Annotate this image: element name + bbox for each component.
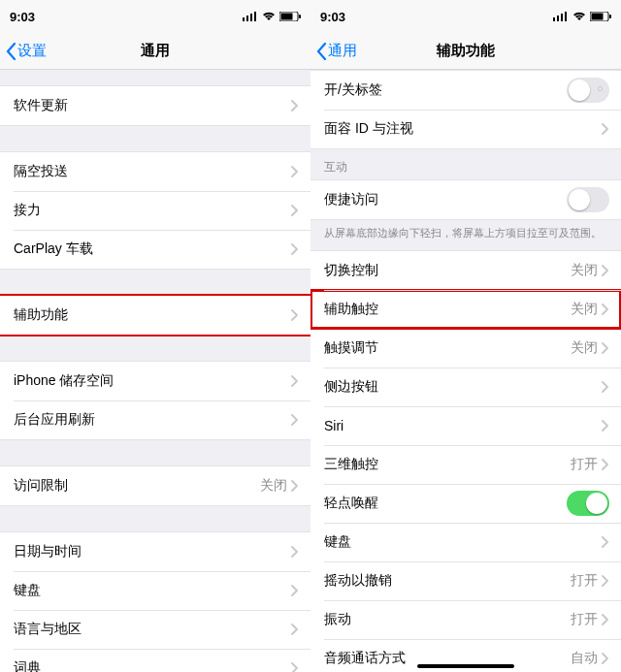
svg-rect-5: [281, 13, 293, 19]
svg-rect-8: [557, 16, 559, 21]
svg-rect-12: [592, 13, 604, 19]
cell-value: 关闭: [571, 262, 598, 279]
svg-rect-1: [246, 16, 248, 21]
screen-general: 9:03 设置 通用 软件更新隔空投送接力CarPlay 车载辅助功能iPhon…: [0, 0, 310, 672]
settings-cell[interactable]: CarPlay 车载: [0, 230, 310, 269]
cell-label: 语言与地区: [14, 621, 291, 638]
section-gap: [0, 440, 310, 465]
settings-cell[interactable]: 接力: [0, 191, 310, 230]
status-time: 9:03: [10, 10, 35, 24]
cell-label: 辅助触控: [324, 301, 571, 318]
chevron-right-icon: [291, 243, 299, 255]
settings-cell[interactable]: 面容 ID 与注视: [310, 110, 621, 148]
settings-cell[interactable]: 访问限制关闭: [0, 466, 310, 505]
settings-cell[interactable]: 便捷访问: [310, 180, 621, 219]
chevron-right-icon: [602, 265, 609, 276]
svg-rect-3: [254, 12, 256, 21]
chevron-right-icon: [602, 381, 609, 393]
chevron-right-icon: [602, 342, 609, 354]
settings-cell[interactable]: 键盘: [0, 571, 310, 610]
settings-cell[interactable]: 后台应用刷新: [0, 400, 310, 439]
battery-icon: [590, 10, 611, 24]
settings-group: 访问限制关闭: [0, 465, 310, 506]
chevron-right-icon: [291, 662, 299, 672]
cell-label: CarPlay 车载: [14, 240, 291, 258]
chevron-right-icon: [602, 459, 609, 470]
cell-label: 侧边按钮: [324, 378, 602, 396]
settings-group: 隔空投送接力CarPlay 车载: [0, 151, 310, 270]
settings-cell[interactable]: 辅助触控关闭: [310, 290, 621, 329]
cell-value: 关闭: [571, 301, 598, 318]
section-gap: [0, 70, 310, 85]
settings-cell[interactable]: 摇动以撤销打开: [310, 561, 621, 600]
cell-label: 开/关标签: [324, 81, 567, 99]
settings-cell[interactable]: 软件更新: [0, 86, 310, 125]
svg-rect-0: [243, 17, 245, 21]
cell-label: 触摸调节: [324, 339, 571, 357]
cell-label: 振动: [324, 611, 571, 628]
cell-value: 打开: [571, 611, 598, 628]
settings-cell[interactable]: 开/关标签: [310, 71, 621, 110]
cell-value: 自动: [571, 650, 598, 667]
section-gap: [0, 126, 310, 151]
svg-rect-9: [561, 14, 563, 21]
back-button[interactable]: 通用: [314, 42, 359, 60]
accessibility-list: 开/关标签面容 ID 与注视互动便捷访问从屏幕底部边缘向下轻扫，将屏幕上方项目拉…: [310, 70, 621, 672]
home-indicator[interactable]: [417, 664, 514, 668]
settings-cell[interactable]: 触摸调节关闭: [310, 329, 621, 368]
cell-label: iPhone 储存空间: [14, 372, 291, 390]
settings-cell[interactable]: 切换控制关闭: [310, 251, 621, 290]
signal-icon: [243, 10, 258, 24]
settings-cell[interactable]: 日期与时间: [0, 532, 310, 571]
signal-icon: [553, 10, 569, 24]
svg-rect-7: [553, 17, 555, 21]
chevron-right-icon: [602, 536, 609, 548]
cell-label: 辅助功能: [14, 306, 291, 324]
back-button[interactable]: 设置: [4, 42, 49, 60]
cell-value: 关闭: [260, 477, 287, 495]
chevron-right-icon: [291, 205, 299, 216]
svg-rect-6: [299, 15, 301, 18]
chevron-right-icon: [602, 653, 609, 664]
settings-cell[interactable]: 隔空投送: [0, 152, 310, 191]
chevron-right-icon: [602, 123, 609, 135]
settings-cell[interactable]: 键盘: [310, 523, 621, 561]
chevron-right-icon: [291, 375, 299, 387]
section-gap: 互动: [310, 149, 621, 179]
svg-rect-13: [609, 15, 611, 18]
toggle-switch[interactable]: [567, 78, 609, 103]
settings-cell[interactable]: 振动打开: [310, 600, 621, 639]
chevron-right-icon: [602, 420, 609, 432]
cell-label: 日期与时间: [14, 543, 291, 560]
settings-cell[interactable]: iPhone 储存空间: [0, 362, 310, 400]
status-time: 9:03: [320, 10, 345, 24]
settings-cell[interactable]: Siri: [310, 406, 621, 445]
nav-header: 通用 辅助功能: [310, 33, 621, 70]
settings-group: 开/关标签面容 ID 与注视: [310, 70, 621, 149]
settings-group: iPhone 储存空间后台应用刷新: [0, 361, 310, 440]
settings-group: 日期与时间键盘语言与地区词典: [0, 531, 310, 672]
cell-label: 便捷访问: [324, 191, 567, 208]
settings-cell[interactable]: 辅助功能: [0, 296, 310, 335]
chevron-right-icon: [291, 100, 299, 112]
chevron-left-icon: [6, 43, 17, 60]
toggle-switch[interactable]: [567, 187, 609, 212]
settings-cell[interactable]: 侧边按钮: [310, 368, 621, 406]
settings-cell[interactable]: 轻点唤醒: [310, 484, 621, 523]
toggle-switch[interactable]: [567, 491, 609, 516]
screen-accessibility: 9:03 通用 辅助功能 开/关标签面容 ID 与注视互动便捷访问从屏幕底部边缘…: [310, 0, 621, 672]
chevron-right-icon: [602, 304, 609, 315]
cell-label: 切换控制: [324, 262, 571, 279]
section-gap: [0, 506, 310, 531]
battery-icon: [279, 10, 301, 24]
cell-value: 打开: [571, 456, 598, 473]
chevron-right-icon: [291, 585, 299, 596]
cell-label: 访问限制: [14, 477, 260, 495]
chevron-right-icon: [291, 414, 299, 426]
settings-cell[interactable]: 语言与地区: [0, 610, 310, 649]
settings-cell[interactable]: 三维触控打开: [310, 445, 621, 484]
chevron-right-icon: [291, 624, 299, 635]
settings-cell[interactable]: 词典: [0, 649, 310, 672]
cell-label: 接力: [14, 202, 291, 219]
cell-label: 三维触控: [324, 456, 571, 473]
